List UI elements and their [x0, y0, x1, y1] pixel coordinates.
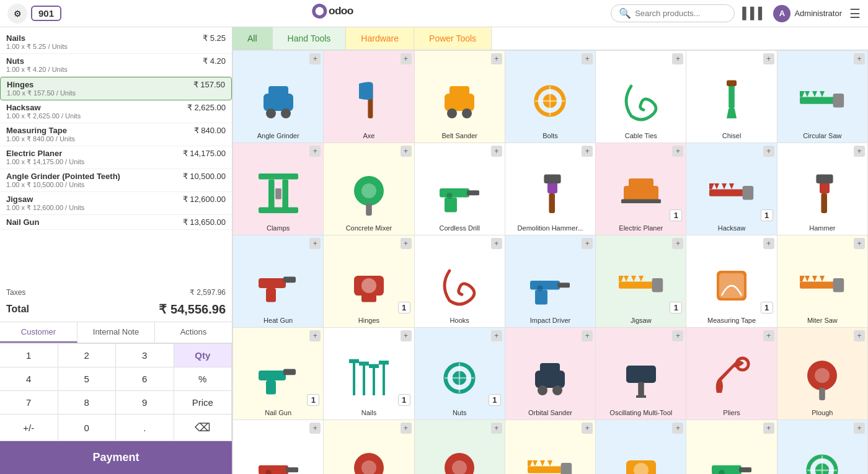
- product-card[interactable]: + 1 Hinges: [324, 235, 414, 327]
- tab-actions[interactable]: Actions: [155, 322, 232, 343]
- product-card[interactable]: + 1 Nails: [324, 328, 414, 419]
- numpad-btn-8[interactable]: 8: [58, 391, 117, 415]
- category-tab-power[interactable]: Power Tools: [414, 27, 492, 50]
- add-product-btn[interactable]: +: [309, 238, 321, 249]
- add-product-btn[interactable]: +: [854, 330, 865, 341]
- product-card[interactable]: + Pliers: [686, 328, 776, 419]
- product-card[interactable]: + Belt Sander: [415, 51, 505, 143]
- order-number[interactable]: 901: [31, 6, 61, 21]
- payment-button[interactable]: Payment: [0, 441, 232, 474]
- product-card[interactable]: + Plough: [777, 328, 867, 419]
- add-product-btn[interactable]: +: [672, 423, 683, 434]
- product-card[interactable]: + Angle Grinder: [233, 51, 323, 143]
- add-product-btn[interactable]: +: [763, 53, 774, 64]
- add-product-btn[interactable]: +: [854, 238, 865, 249]
- product-card[interactable]: + Demolition Hammer...: [505, 143, 595, 235]
- product-card[interactable]: + 1 Measuring Tape: [686, 235, 776, 327]
- numpad-btn-4[interactable]: 4: [0, 367, 58, 391]
- add-product-btn[interactable]: +: [854, 53, 865, 64]
- add-product-btn[interactable]: +: [401, 330, 412, 341]
- add-product-btn[interactable]: +: [491, 146, 502, 157]
- add-product-btn[interactable]: +: [763, 330, 774, 341]
- product-card[interactable]: + 1 Electric Planer: [596, 143, 686, 235]
- product-card[interactable]: + Concrete Mixer: [324, 143, 414, 235]
- order-line[interactable]: Angle Grinder (Pointed Teeth) ₹ 10,500.0…: [0, 169, 232, 192]
- add-product-btn[interactable]: +: [582, 330, 593, 341]
- product-card[interactable]: + Rotary Tool (Dremel): [596, 420, 686, 474]
- add-product-btn[interactable]: +: [763, 238, 774, 249]
- product-card[interactable]: + 1 Hacksaw: [686, 143, 776, 235]
- add-product-btn[interactable]: +: [854, 423, 865, 434]
- product-card[interactable]: + Clamps: [233, 143, 323, 235]
- product-card[interactable]: + Heat Gun: [233, 235, 323, 327]
- add-product-btn[interactable]: +: [491, 238, 502, 249]
- add-product-btn[interactable]: +: [401, 53, 412, 64]
- product-card[interactable]: + Bolts: [505, 51, 595, 143]
- order-line[interactable]: Jigsaw ₹ 12,600.00 1.00 x ₹ 12,600.00 / …: [0, 192, 232, 215]
- add-product-btn[interactable]: +: [582, 53, 593, 64]
- order-line[interactable]: Hacksaw ₹ 2,625.00 1.00 x ₹ 2,625.00 / U…: [0, 100, 232, 123]
- add-product-btn[interactable]: +: [672, 238, 683, 249]
- category-tab-hand[interactable]: Hand Tools: [273, 27, 347, 50]
- product-card[interactable]: + Circular Saw: [777, 51, 867, 143]
- add-product-btn[interactable]: +: [763, 146, 774, 157]
- order-line[interactable]: Nails ₹ 5.25 1.00 x ₹ 5.25 / Units: [0, 31, 232, 54]
- numpad-btn-Qty[interactable]: Qty: [174, 344, 232, 367]
- product-card[interactable]: + Power Trowel: [324, 420, 414, 474]
- numpad-btn-1[interactable]: 1: [0, 344, 58, 367]
- product-card[interactable]: + Cordless Drill: [415, 143, 505, 235]
- add-product-btn[interactable]: +: [491, 330, 502, 341]
- product-card[interactable]: + Orbital Sander: [505, 328, 595, 419]
- add-product-btn[interactable]: +: [491, 423, 502, 434]
- product-card[interactable]: + 1 Jigsaw: [596, 235, 686, 327]
- numpad-btn-7[interactable]: 7: [0, 391, 58, 415]
- numpad-btn-xxx[interactable]: +/-: [0, 415, 58, 441]
- numpad-btn-x[interactable]: ⌫: [174, 415, 232, 441]
- add-product-btn[interactable]: +: [582, 146, 593, 157]
- search-box[interactable]: 🔍: [611, 4, 735, 22]
- category-tab-hardware[interactable]: Hardware: [346, 27, 414, 50]
- add-product-btn[interactable]: +: [401, 238, 412, 249]
- tab-customer[interactable]: Customer: [0, 322, 78, 343]
- add-product-btn[interactable]: +: [672, 146, 683, 157]
- order-line[interactable]: Nail Gun ₹ 13,650.00: [0, 215, 232, 230]
- barcode-button[interactable]: ▌▌▌: [742, 7, 766, 20]
- numpad-btn-5[interactable]: 5: [58, 367, 117, 391]
- product-card[interactable]: + Reciprocating Saw: [505, 420, 595, 474]
- numpad-btn-x[interactable]: %: [174, 367, 232, 391]
- product-card[interactable]: + Miter Saw: [777, 235, 867, 327]
- order-line[interactable]: Measuring Tape ₹ 840.00 1.00 x ₹ 840.00 …: [0, 123, 232, 146]
- add-product-btn[interactable]: +: [582, 423, 593, 434]
- add-product-btn[interactable]: +: [582, 238, 593, 249]
- order-line[interactable]: Hinges ₹ 157.50 1.00 x ₹ 157.50 / Units: [0, 77, 232, 100]
- add-product-btn[interactable]: +: [854, 146, 865, 157]
- search-input[interactable]: [635, 9, 722, 18]
- product-card[interactable]: + Screws: [777, 420, 867, 474]
- product-card[interactable]: + Screwdrivers: [686, 420, 776, 474]
- product-card[interactable]: + Hooks: [415, 235, 505, 327]
- menu-button[interactable]: ☰: [849, 6, 861, 21]
- product-card[interactable]: + Oscillating Multi-Tool: [596, 328, 686, 419]
- add-product-btn[interactable]: +: [309, 53, 321, 64]
- product-card[interactable]: + Chisel: [686, 51, 776, 143]
- add-product-btn[interactable]: +: [763, 423, 774, 434]
- product-card[interactable]: + Impact Driver: [505, 235, 595, 327]
- numpad-btn-9[interactable]: 9: [116, 391, 174, 415]
- add-product-btn[interactable]: +: [491, 53, 502, 64]
- product-card[interactable]: + Power Screwdriver: [233, 420, 323, 474]
- numpad-btn-6[interactable]: 6: [116, 367, 174, 391]
- add-product-btn[interactable]: +: [309, 146, 321, 157]
- product-card[interactable]: + Pressure Washer: [415, 420, 505, 474]
- numpad-btn-3[interactable]: 3: [116, 344, 174, 367]
- order-line[interactable]: Electric Planer ₹ 14,175.00 1.00 x ₹ 14,…: [0, 146, 232, 169]
- numpad-btn-x[interactable]: .: [116, 415, 174, 441]
- category-tab-all[interactable]: All: [232, 27, 273, 50]
- numpad-btn-Price[interactable]: Price: [174, 391, 232, 415]
- user-badge[interactable]: A Administrator: [773, 5, 842, 22]
- product-card[interactable]: + 1 Nuts: [415, 328, 505, 419]
- product-card[interactable]: + Hammer: [777, 143, 867, 235]
- product-card[interactable]: + 1 Nail Gun: [233, 328, 323, 419]
- settings-button[interactable]: ⚙: [7, 4, 27, 24]
- tab-internal-note[interactable]: Internal Note: [78, 322, 155, 343]
- order-line[interactable]: Nuts ₹ 4.20 1.00 x ₹ 4.20 / Units: [0, 54, 232, 77]
